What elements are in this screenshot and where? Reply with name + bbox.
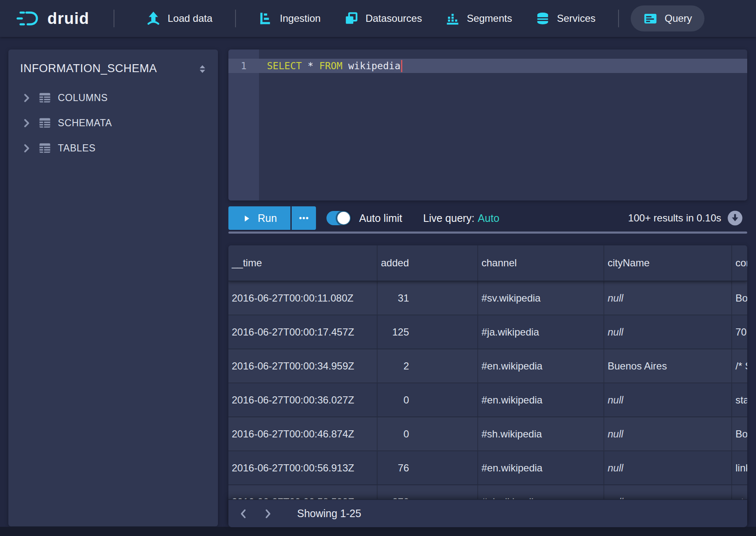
auto-limit-label: Auto limit xyxy=(359,212,402,224)
results-table: __time added channel cityName com 2016-0… xyxy=(228,245,747,526)
cell-channel[interactable]: #sh.wikipedia xyxy=(478,417,604,450)
table-row: 2016-06-27T00:00:36.027Z0#en.wikipedianu… xyxy=(228,383,747,417)
schema-sidebar: INFORMATION_SCHEMA xyxy=(8,49,218,526)
next-page-button[interactable] xyxy=(259,505,277,523)
cell-com[interactable]: Bo xyxy=(732,281,747,315)
column-header-channel[interactable]: channel xyxy=(478,245,604,281)
download-icon[interactable] xyxy=(727,210,743,226)
column-header-added[interactable]: added xyxy=(378,245,478,281)
services-icon xyxy=(536,11,550,26)
cell-cityName[interactable]: Buenos Aires xyxy=(604,349,732,382)
cell-com[interactable]: /* S xyxy=(732,349,747,382)
nav-item-datasources[interactable]: Datasources xyxy=(344,11,422,26)
druid-console: druid Load data Ingestion xyxy=(0,0,756,536)
table-row: 2016-06-27T00:00:56.913Z76#en.wikipedian… xyxy=(228,451,747,485)
cell-added[interactable]: 0 xyxy=(378,383,478,416)
sql-line: SELECT * FROM wikipedia xyxy=(267,59,402,73)
live-query-value[interactable]: Auto xyxy=(478,212,499,224)
live-query-label: Live query: xyxy=(423,212,474,224)
upload-icon xyxy=(146,11,161,26)
chevron-right-icon[interactable] xyxy=(21,92,32,103)
nav-item-label: Datasources xyxy=(365,13,422,24)
nav-item-load-data[interactable]: Load data xyxy=(146,11,212,26)
schema-header[interactable]: INFORMATION_SCHEMA xyxy=(8,49,218,78)
query-icon xyxy=(643,11,658,26)
cell-added[interactable]: 31 xyxy=(378,281,478,315)
cell-added[interactable]: 0 xyxy=(378,417,478,450)
bottom-strip xyxy=(0,527,756,536)
cell-channel[interactable]: #en.wikipedia xyxy=(478,383,604,416)
cell-com[interactable]: link xyxy=(732,451,747,484)
cell-__time[interactable]: 2016-06-27T00:00:11.080Z xyxy=(228,281,378,315)
cell-com[interactable]: sta xyxy=(732,383,747,416)
nav-item-query[interactable]: Query xyxy=(631,5,704,31)
cell-__time[interactable]: 2016-06-27T00:00:56.913Z xyxy=(228,451,378,484)
cell-added[interactable]: 76 xyxy=(378,451,478,484)
text-cursor xyxy=(401,60,402,72)
cell-channel[interactable]: #ja.wikipedia xyxy=(478,315,604,349)
tree-item-label: SCHEMATA xyxy=(58,117,112,129)
run-label: Run xyxy=(258,212,277,224)
run-toolbar: Run Auto limit Live query:Auto 100+ resu… xyxy=(228,206,747,230)
cell-channel[interactable]: #en.wikipedia xyxy=(478,349,604,382)
cell-channel[interactable]: #en.wikipedia xyxy=(478,451,604,484)
nav-item-label: Ingestion xyxy=(280,13,321,24)
auto-limit-toggle[interactable] xyxy=(326,211,351,225)
cell-__time[interactable]: 2016-06-27T00:00:36.027Z xyxy=(228,383,378,416)
play-icon xyxy=(242,213,251,223)
nav-item-label: Query xyxy=(665,13,692,24)
navbar: druid Load data Ingestion xyxy=(0,0,756,37)
column-header-cityname[interactable]: cityName xyxy=(604,245,732,281)
pagination-bar: Showing 1-25 xyxy=(228,499,747,527)
sql-tokens: SELECT * FROM wikipedia xyxy=(267,60,401,71)
nav-item-label: Segments xyxy=(467,13,512,24)
cell-__time[interactable]: 2016-06-27T00:00:46.874Z xyxy=(228,417,378,450)
tree-item-tables[interactable]: TABLES xyxy=(8,135,218,161)
prev-page-button[interactable] xyxy=(234,505,253,523)
run-button[interactable]: Run xyxy=(228,206,290,230)
cell-cityName[interactable]: null xyxy=(604,383,732,416)
chevron-right-icon[interactable] xyxy=(21,117,32,128)
cell-cityName[interactable]: null xyxy=(604,417,732,450)
cell-__time[interactable]: 2016-06-27T00:00:34.959Z xyxy=(228,349,378,382)
table-row: 2016-06-27T00:00:17.457Z125#ja.wikipedia… xyxy=(228,315,747,349)
schema-tree: COLUMNS SCHEMATA xyxy=(8,85,218,161)
nav-item-label: Services xyxy=(557,13,595,24)
table-row: 2016-06-27T00:00:46.874Z0#sh.wikipedianu… xyxy=(228,417,747,451)
cell-com[interactable]: Bo xyxy=(732,417,747,450)
sql-token: * xyxy=(302,60,319,71)
cell-channel[interactable]: #sv.wikipedia xyxy=(478,281,604,315)
nav-separator xyxy=(114,10,114,27)
schema-title: INFORMATION_SCHEMA xyxy=(20,62,157,75)
chevron-right-icon[interactable] xyxy=(21,143,32,154)
nav-item-segments[interactable]: Segments xyxy=(445,11,512,26)
more-icon xyxy=(298,214,309,222)
tree-item-schemata[interactable]: SCHEMATA xyxy=(8,110,218,135)
druid-logo[interactable]: druid xyxy=(15,9,89,28)
cell-__time[interactable]: 2016-06-27T00:00:17.457Z xyxy=(228,315,378,349)
results-header: __time added channel cityName com xyxy=(228,245,747,281)
tree-item-columns[interactable]: COLUMNS xyxy=(8,85,218,110)
cell-cityName[interactable]: null xyxy=(604,315,732,349)
double-caret-vertical-icon[interactable] xyxy=(197,63,208,74)
cell-added[interactable]: 2 xyxy=(378,349,478,382)
column-header-time[interactable]: __time xyxy=(228,245,378,281)
cell-cityName[interactable]: null xyxy=(604,281,732,315)
toggle-knob xyxy=(337,212,350,224)
table-row: 2016-06-27T00:00:11.080Z31#sv.wikipedian… xyxy=(228,281,747,315)
cell-com[interactable]: 70. xyxy=(732,315,747,349)
nav-item-services[interactable]: Services xyxy=(536,11,595,26)
cell-added[interactable]: 125 xyxy=(378,315,478,349)
results-body: 2016-06-27T00:00:11.080Z31#sv.wikipedian… xyxy=(228,281,747,519)
tree-item-label: TABLES xyxy=(58,143,96,154)
run-more-button[interactable] xyxy=(292,206,316,230)
results-summary: 100+ results in 0.10s xyxy=(628,212,721,224)
table-icon xyxy=(39,142,51,154)
sql-editor[interactable]: 1 SELECT * FROM wikipedia xyxy=(228,49,747,200)
nav-item-ingestion[interactable]: Ingestion xyxy=(259,11,321,26)
cell-cityName[interactable]: null xyxy=(604,451,732,484)
column-header-comment[interactable]: com xyxy=(732,245,747,281)
table-icon xyxy=(39,91,51,104)
tree-item-label: COLUMNS xyxy=(58,92,108,104)
nav-separator xyxy=(235,10,236,27)
